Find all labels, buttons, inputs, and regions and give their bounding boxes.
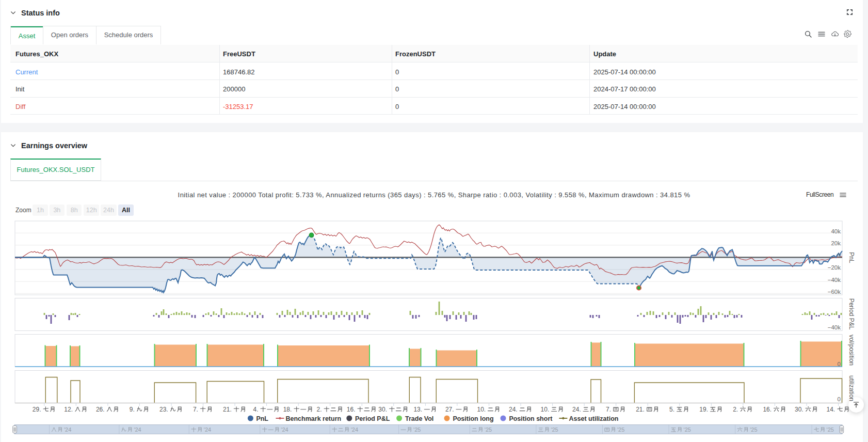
svg-text:26.: 26. <box>96 406 106 413</box>
svg-text:Benchmark return: Benchmark return <box>286 415 342 422</box>
svg-text:0: 0 <box>838 361 841 367</box>
svg-text:'25: '25 <box>551 427 558 433</box>
svg-text:14.: 14. <box>827 406 837 413</box>
svg-text:2.: 2. <box>733 406 740 413</box>
svg-text:'25: '25 <box>827 427 834 433</box>
svg-text:PnL: PnL <box>848 252 855 263</box>
svg-text:Asset utilization: Asset utilization <box>569 415 619 422</box>
svg-text:7.: 7. <box>606 406 613 413</box>
svg-text:'24: '24 <box>204 427 211 433</box>
svg-text:10.: 10. <box>477 406 488 413</box>
svg-text:Trade Vol: Trade Vol <box>405 415 433 422</box>
svg-text:16.: 16. <box>347 406 357 413</box>
svg-text:24.: 24. <box>572 406 583 413</box>
svg-text:'24: '24 <box>64 427 71 433</box>
svg-text:−40k: −40k <box>828 324 841 330</box>
svg-text:18.: 18. <box>283 406 294 413</box>
svg-text:'24: '24 <box>351 427 358 433</box>
svg-text:12.: 12. <box>64 406 74 413</box>
svg-text:−40k: −40k <box>828 277 841 283</box>
svg-text:4.: 4. <box>253 406 260 413</box>
svg-text:27.: 27. <box>445 406 456 413</box>
svg-text:2.: 2. <box>317 406 324 413</box>
svg-text:21.: 21. <box>636 406 646 413</box>
svg-text:'25: '25 <box>750 427 757 433</box>
svg-text:5.: 5. <box>669 406 676 413</box>
svg-text:−60k: −60k <box>828 289 841 295</box>
svg-text:19.: 19. <box>699 406 710 413</box>
svg-text:21.: 21. <box>223 406 233 413</box>
svg-text:'25: '25 <box>413 427 421 433</box>
svg-text:'24: '24 <box>281 427 288 433</box>
svg-text:'24: '24 <box>134 427 141 433</box>
svg-text:utilization: utilization <box>848 375 855 401</box>
svg-text:Period P&L: Period P&L <box>355 415 390 422</box>
svg-text:24.: 24. <box>509 406 519 413</box>
svg-text:13.: 13. <box>413 406 424 413</box>
svg-text:9.: 9. <box>130 406 136 413</box>
svg-text:PnL: PnL <box>256 415 268 422</box>
svg-text:7.: 7. <box>193 406 200 413</box>
svg-text:40k: 40k <box>831 228 841 234</box>
svg-text:0: 0 <box>838 252 841 259</box>
svg-text:'25: '25 <box>684 427 691 433</box>
svg-text:20k: 20k <box>831 240 841 246</box>
svg-text:23.: 23. <box>159 406 170 413</box>
svg-text:vol/position: vol/position <box>848 335 855 366</box>
svg-text:'25: '25 <box>617 427 624 433</box>
svg-text:30.: 30. <box>378 406 389 413</box>
svg-text:Position long: Position long <box>453 415 493 422</box>
svg-text:16.: 16. <box>763 406 773 413</box>
svg-text:Period P&L: Period P&L <box>848 298 855 330</box>
svg-text:−20k: −20k <box>828 264 841 271</box>
svg-text:29.: 29. <box>33 406 43 413</box>
svg-text:'25: '25 <box>485 427 492 433</box>
svg-text:30.: 30. <box>795 406 805 413</box>
svg-text:10.: 10. <box>541 406 551 413</box>
svg-text:Position short: Position short <box>509 415 553 422</box>
svg-text:0: 0 <box>838 396 841 402</box>
